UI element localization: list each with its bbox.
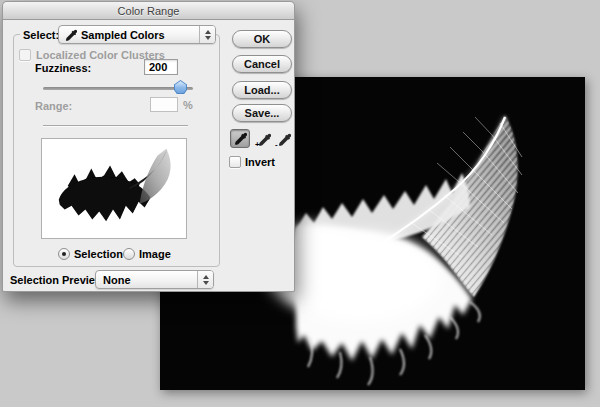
save-button[interactable]: Save... <box>232 104 292 122</box>
eyedropper-minus-icon <box>278 133 291 146</box>
range-input <box>150 97 178 112</box>
ok-button[interactable]: OK <box>232 30 292 48</box>
divider <box>43 125 188 126</box>
range-unit: % <box>183 99 193 111</box>
image-radio-label: Image <box>139 248 171 260</box>
eyedropper-minus-tool-button[interactable]: - <box>274 130 294 149</box>
image-radio[interactable] <box>123 248 135 260</box>
selection-preview-dropdown[interactable]: None <box>95 270 214 289</box>
invert-label: Invert <box>245 156 275 168</box>
selection-preview-thumbnail[interactable] <box>41 138 187 239</box>
eyedropper-icon <box>65 29 77 41</box>
fuzziness-input[interactable] <box>144 59 178 75</box>
dialog-title-bar[interactable]: Color Range <box>3 2 294 20</box>
select-dropdown[interactable]: Sampled Colors <box>58 25 216 44</box>
cancel-button[interactable]: Cancel <box>232 55 292 73</box>
dialog-title: Color Range <box>118 5 180 17</box>
selection-radio[interactable] <box>58 248 70 260</box>
localized-color-clusters-checkbox[interactable] <box>19 49 31 61</box>
color-range-dialog: Color Range Select: Sampled Colors Local… <box>2 1 295 292</box>
eyedropper-tool-button[interactable] <box>230 129 250 148</box>
eyedropper-icon <box>234 132 247 145</box>
fuzziness-label: Fuzziness: <box>35 62 91 74</box>
plus-mark: + <box>255 141 260 149</box>
invert-checkbox[interactable] <box>229 156 241 168</box>
select-label: Select: <box>20 29 62 41</box>
eyedropper-plus-tool-button[interactable]: + <box>254 130 274 149</box>
stepper-arrows-icon <box>197 271 213 288</box>
select-dropdown-value: Sampled Colors <box>81 29 199 41</box>
stepper-arrows-icon <box>199 26 215 43</box>
selection-radio-label: Selection <box>74 248 123 260</box>
fuzziness-slider-track[interactable] <box>43 87 193 90</box>
minus-mark: - <box>275 141 278 149</box>
selection-preview-label: Selection Preview: <box>10 274 107 286</box>
load-button[interactable]: Load... <box>232 81 292 99</box>
selection-preview-value: None <box>96 274 197 286</box>
range-label: Range: <box>35 100 72 112</box>
feather-mask-preview <box>42 139 186 238</box>
